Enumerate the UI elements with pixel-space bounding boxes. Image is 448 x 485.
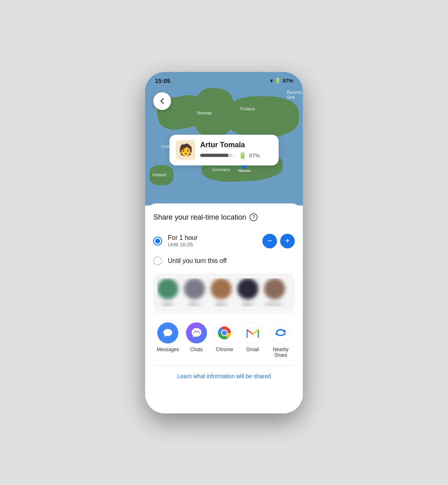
radio-until-off-label: Until you turn this off — [168, 257, 295, 265]
radio-one-hour-sub: Until 16:05 — [168, 241, 257, 248]
user-battery: · 🔋 87% — [200, 152, 272, 159]
status-bar: 15:05 ▾ 🔋 87% — [145, 72, 303, 87]
blurred-avatar-4 — [237, 278, 258, 299]
blurred-contact-1: Maps — [157, 278, 178, 307]
battery-percent: 87% — [283, 78, 293, 84]
blurred-name-3: Maps — [216, 302, 227, 307]
messages-app-label: Messages — [157, 347, 179, 352]
chrome-app-icon — [214, 322, 235, 343]
blurred-avatar-2 — [184, 278, 205, 299]
user-card: 🧑 Artur Tomala · 🔋 87% — [169, 135, 279, 165]
nearby-share-app-label: NearbyShare — [273, 347, 289, 358]
app-item-chrome[interactable]: Chrome — [214, 322, 235, 358]
chats-svg — [190, 326, 203, 339]
back-button[interactable] — [153, 92, 171, 110]
svg-point-3 — [222, 330, 227, 335]
avatar-person-icon: 🧑 — [179, 143, 193, 157]
share-title-text: Share your real-time location — [153, 213, 246, 222]
blurred-avatar-3 — [211, 278, 232, 299]
chrome-svg — [217, 326, 232, 340]
blurred-contact-3: Maps — [211, 278, 232, 307]
blurred-avatar-5 — [264, 278, 285, 299]
wifi-icon: ▾ — [270, 78, 273, 84]
chrome-app-label: Chrome — [216, 347, 233, 352]
app-item-nearby-share[interactable]: NearbyShare — [270, 322, 291, 358]
radio-one-hour-circle — [153, 237, 162, 246]
blurred-contacts-list: Maps Maps Maps Maps +48 602... — [157, 278, 291, 307]
ireland-label: Ireland — [152, 172, 166, 177]
app-item-gmail[interactable]: Gmail — [242, 322, 263, 358]
learn-link[interactable]: Learn what information will be shared — [153, 367, 295, 383]
decrease-button[interactable]: − — [262, 234, 277, 248]
messages-app-icon — [157, 322, 178, 343]
radio-one-hour-inner — [155, 239, 160, 244]
status-time: 15:05 — [155, 77, 170, 84]
contacts-section: Maps Maps Maps Maps +48 602... — [153, 273, 295, 311]
app-item-chats[interactable]: Chats — [186, 322, 207, 358]
user-info: Artur Tomala · 🔋 87% — [200, 141, 272, 159]
radio-until-off-main: Until you turn this off — [168, 257, 295, 265]
hour-controls: − + — [262, 234, 295, 248]
status-icons: ▾ 🔋 87% — [270, 78, 293, 84]
radio-one-hour-main: For 1 hour — [168, 234, 257, 241]
battery-icon: 🔋 — [275, 78, 281, 84]
messages-svg — [162, 327, 174, 339]
share-panel: Share your real-time location ? For 1 ho… — [145, 203, 303, 413]
battery-icon-small: 🔋 — [239, 152, 247, 159]
svg-point-0 — [163, 329, 172, 336]
user-avatar: 🧑 — [176, 140, 195, 160]
blurred-contact-2: Maps — [184, 278, 205, 307]
svg-rect-4 — [247, 329, 258, 338]
phone-frame: 15:05 ▾ 🔋 87% Barents Sea Norway Finland… — [145, 72, 303, 413]
radio-one-hour-label: For 1 hour Until 16:05 — [168, 234, 257, 248]
blurred-name-1: Maps — [163, 302, 173, 307]
blurred-name-4: Maps — [243, 302, 254, 307]
apps-section: Messages Chats — [153, 315, 295, 364]
divider-1 — [153, 313, 295, 313]
nearby-share-svg — [273, 326, 288, 340]
gmail-app-icon — [242, 322, 263, 343]
radio-option-one-hour[interactable]: For 1 hour Until 16:05 − + — [153, 230, 295, 252]
divider-2 — [153, 365, 295, 366]
radio-until-off-circle — [153, 256, 162, 265]
share-title: Share your real-time location ? — [153, 213, 295, 222]
barents-sea-label: Barents Sea — [287, 90, 303, 100]
increase-button[interactable]: + — [280, 234, 295, 248]
back-arrow-icon — [158, 97, 166, 105]
blurred-contact-4: Maps — [237, 278, 258, 307]
land-finland — [226, 96, 299, 137]
gmail-svg — [245, 326, 260, 340]
blurred-name-5: +48 602... — [264, 302, 284, 307]
app-item-messages[interactable]: Messages — [157, 322, 179, 358]
battery-text: 87% — [249, 152, 260, 159]
blurred-avatar-1 — [157, 278, 178, 299]
help-icon[interactable]: ? — [249, 213, 258, 221]
blurred-contact-5: +48 602... — [264, 278, 285, 307]
radio-option-until-off[interactable]: Until you turn this off — [153, 252, 295, 269]
finland-label: Finland — [240, 106, 255, 111]
chats-app-icon — [186, 322, 207, 343]
nearby-share-app-icon — [270, 322, 291, 343]
battery-bar — [200, 154, 232, 157]
user-name: Artur Tomala — [200, 141, 272, 149]
gmail-app-label: Gmail — [246, 347, 259, 352]
norway-label: Norway — [197, 110, 212, 115]
chats-app-label: Chats — [190, 347, 203, 352]
germany-label: Germany — [212, 167, 230, 172]
battery-fill — [200, 154, 228, 157]
blurred-name-2: Maps — [189, 302, 200, 307]
